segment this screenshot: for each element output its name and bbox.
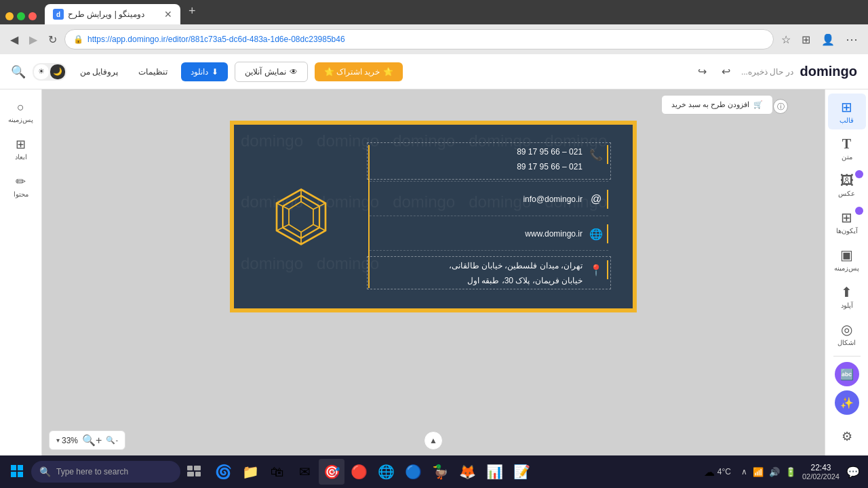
volume-icon[interactable]: 🔊 bbox=[767, 466, 782, 479]
address-icon: 📍 bbox=[589, 260, 608, 279]
profile-btn[interactable]: پروفایل من bbox=[73, 63, 125, 81]
dimensions-icon: ⊞ bbox=[16, 137, 26, 152]
business-card: domingo domingo domingo domingo domingo … bbox=[230, 121, 637, 312]
toolbar-item-background[interactable]: ○ پس‌زمینه bbox=[3, 95, 39, 129]
redo-btn[interactable]: ↪ bbox=[694, 62, 711, 81]
address-text: https://app.domingo.ir/editor/881c73a5-d… bbox=[87, 35, 345, 44]
main-layout: ○ پس‌زمینه ⊞ ابعاد ✏ محتوا 🛒 افزودن طرح … bbox=[0, 89, 868, 455]
network-icon[interactable]: 📶 bbox=[751, 466, 766, 479]
taskbar: 🔍 Type here to search 🌀 📁 🛍 ✉ 🎯 🔴 bbox=[0, 455, 868, 488]
forward-btn[interactable]: ▶ bbox=[26, 30, 41, 49]
settings-btn[interactable]: تنظیمات bbox=[132, 63, 174, 81]
battery-icon[interactable]: 🔋 bbox=[783, 466, 798, 479]
phone-icon: 📞 bbox=[589, 145, 608, 164]
taskbar-app4-icon[interactable]: 🦆 bbox=[427, 459, 453, 485]
sidebar-item-upload[interactable]: ⬆ آپلود bbox=[828, 279, 866, 314]
text-label: متن bbox=[842, 153, 852, 161]
header-search-btn[interactable]: 🔍 bbox=[11, 64, 26, 79]
add-to-cart-label: افزودن طرح به سبد خرید bbox=[671, 100, 749, 109]
photo-icon: 🖼 bbox=[840, 173, 854, 188]
sidebar-item-icons[interactable]: ⊞ آیکون‌ها bbox=[828, 204, 866, 240]
address-line1: تهران، میدان فلسطین، خیابان طالقانی، bbox=[449, 259, 583, 274]
left-toolbar: ○ پس‌زمینه ⊞ ابعاد ✏ محتوا bbox=[0, 89, 42, 455]
taskbar-time-date[interactable]: 22:43 02/02/2024 bbox=[802, 463, 840, 481]
sidebar-item-bg[interactable]: ▣ پس‌زمینه bbox=[828, 241, 866, 277]
new-tab-btn[interactable]: + bbox=[183, 4, 201, 21]
upload-label: آپلود bbox=[841, 302, 853, 309]
expand-btn[interactable]: ▲ bbox=[424, 431, 443, 450]
sidebar-item-shapes[interactable]: ◎ اشکال bbox=[828, 316, 866, 352]
toolbar-item-dimensions[interactable]: ⊞ ابعاد bbox=[3, 131, 39, 166]
taskbar-firefox-icon[interactable]: 🦊 bbox=[454, 459, 480, 485]
save-status-text: در حال ذخیره... bbox=[741, 67, 793, 77]
sidebar-item-translate[interactable]: 🔤 bbox=[835, 362, 859, 386]
address-bar[interactable]: 🔒 https://app.domingo.ir/editor/881c73a5… bbox=[64, 29, 774, 49]
refresh-btn[interactable]: ↻ bbox=[45, 30, 60, 49]
address-row: 📍 تهران، میدان فلسطین، خیابان طالقانی، خ… bbox=[370, 259, 608, 288]
light-theme-btn[interactable]: ☀ bbox=[34, 64, 49, 79]
taskbar-app5-icon[interactable]: 📊 bbox=[481, 459, 507, 485]
upload-icon: ⬆ bbox=[841, 284, 852, 300]
task-view-btn[interactable] bbox=[183, 463, 205, 481]
undo-btn[interactable]: ↩ bbox=[717, 62, 734, 81]
zoom-out-btn[interactable]: 🔍- bbox=[106, 436, 118, 445]
taskbar-store-icon[interactable]: 🛍 bbox=[264, 459, 290, 485]
zoom-in-btn[interactable]: 🔍+ bbox=[82, 434, 102, 447]
close-btn[interactable] bbox=[28, 12, 37, 20]
taskbar-chrome-icon[interactable]: 🌐 bbox=[373, 459, 399, 485]
back-btn[interactable]: ◀ bbox=[7, 30, 22, 49]
card-info-section: 📞 021 – 66 95 17 89 021 – 66 95 17 89 @ … bbox=[370, 145, 619, 288]
taskbar-mail-icon[interactable]: ✉ bbox=[292, 459, 317, 485]
download-btn[interactable]: ⬇ دانلود bbox=[181, 62, 228, 81]
collections-icon[interactable]: ⊞ bbox=[798, 30, 814, 49]
maximize-btn[interactable] bbox=[17, 12, 25, 20]
photo-label: عکس bbox=[838, 190, 855, 197]
taskbar-explorer-icon[interactable]: 📁 bbox=[237, 459, 263, 485]
email-text: info@domingo.ir bbox=[523, 195, 583, 204]
star-icon: ⭐ bbox=[383, 67, 393, 77]
taskbar-word-icon[interactable]: 📝 bbox=[509, 459, 534, 485]
translate-icon: 🔤 bbox=[840, 368, 854, 381]
dark-theme-btn[interactable]: 🌙 bbox=[50, 64, 65, 79]
notification-btn[interactable]: 💬 bbox=[844, 463, 863, 481]
svg-rect-14 bbox=[194, 466, 201, 470]
toolbar-item-content[interactable]: ✏ محتوا bbox=[3, 169, 39, 203]
address-line2: خیابان فریمان، پلاک 30، طبقه اول bbox=[449, 274, 583, 289]
zoom-bar: ▾ 33% 🔍+ 🔍- bbox=[49, 430, 125, 450]
sidebar-item-photo[interactable]: 🖼 عکس bbox=[828, 167, 866, 203]
template-icon: ⊞ bbox=[841, 99, 852, 115]
active-tab[interactable]: d دومینگو | ویرایش طرح ✕ bbox=[45, 4, 180, 24]
taskbar-app1-icon[interactable]: 🎯 bbox=[319, 459, 344, 485]
email-row: @ info@domingo.ir bbox=[370, 190, 608, 216]
tray-expand-icon[interactable]: ∧ bbox=[739, 466, 749, 478]
download-label: دانلود bbox=[191, 67, 208, 77]
sidebar-item-template[interactable]: ⊞ قالب bbox=[828, 94, 866, 129]
sidebar-settings-btn[interactable]: ⚙ bbox=[835, 424, 859, 449]
add-to-cart-btn[interactable]: 🛒 افزودن طرح به سبد خرید bbox=[661, 95, 773, 115]
address-text: تهران، میدان فلسطین، خیابان طالقانی، خیا… bbox=[449, 259, 583, 288]
tab-close-icon[interactable]: ✕ bbox=[164, 9, 172, 20]
dimensions-label: ابعاد bbox=[15, 153, 27, 161]
text-icon: T bbox=[842, 136, 851, 152]
sidebar-item-text[interactable]: T متن bbox=[828, 131, 866, 166]
photo-badge bbox=[855, 170, 863, 178]
more-icon[interactable]: ⋯ bbox=[842, 29, 861, 49]
buy-btn[interactable]: ⭐ خرید اشتراک ⭐ bbox=[315, 62, 403, 81]
zoom-arrow-icon: ▾ bbox=[56, 436, 60, 444]
taskbar-edge-icon[interactable]: 🌀 bbox=[210, 459, 236, 485]
sidebar-item-ai[interactable]: ✨ bbox=[835, 390, 859, 415]
taskbar-app3-icon[interactable]: 🔵 bbox=[400, 459, 426, 485]
start-btn[interactable] bbox=[5, 462, 28, 482]
taskbar-search-text: Type here to search bbox=[56, 467, 128, 476]
weather-widget[interactable]: ☁ 4°C bbox=[700, 463, 735, 481]
svg-rect-12 bbox=[18, 472, 23, 477]
logo[interactable]: domingo bbox=[800, 64, 857, 79]
info-icon[interactable]: ⓘ bbox=[773, 99, 788, 114]
minimize-btn[interactable] bbox=[5, 12, 14, 20]
taskbar-app2-icon[interactable]: 🔴 bbox=[346, 459, 372, 485]
profile-icon[interactable]: 👤 bbox=[818, 30, 838, 49]
preview-btn[interactable]: 👁 نمایش آنلاین bbox=[235, 62, 307, 82]
zoom-indicator[interactable]: ▾ 33% bbox=[56, 436, 78, 445]
taskbar-search[interactable]: 🔍 Type here to search bbox=[31, 461, 180, 483]
favorites-icon[interactable]: ☆ bbox=[778, 30, 794, 49]
